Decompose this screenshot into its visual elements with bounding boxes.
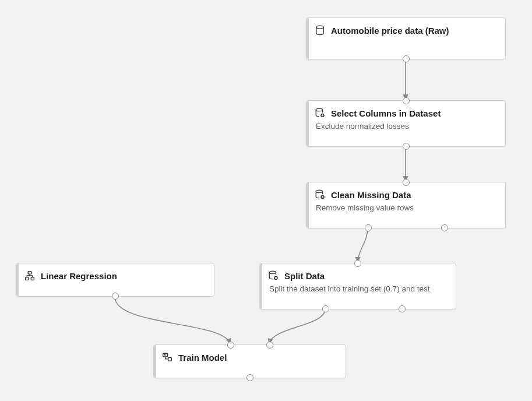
node-split-data[interactable]: Split Data Split the dataset into traini…	[259, 263, 456, 309]
node-subtitle: Split the dataset into training set (0.7…	[268, 284, 448, 293]
input-port[interactable]	[403, 179, 410, 186]
input-port[interactable]	[403, 97, 410, 104]
node-title: Split Data	[284, 271, 325, 281]
node-title: Automobile price data (Raw)	[331, 26, 449, 36]
node-accent	[306, 18, 309, 59]
database-icon	[315, 25, 325, 36]
output-port[interactable]	[112, 293, 119, 300]
svg-rect-9	[31, 277, 34, 280]
node-title: Train Model	[178, 353, 227, 363]
database-gear-icon	[315, 189, 325, 200]
input-port-1[interactable]	[227, 342, 234, 349]
node-accent	[154, 345, 156, 378]
output-port[interactable]	[403, 143, 410, 150]
svg-rect-8	[26, 277, 29, 280]
flowchart-icon	[24, 270, 35, 281]
input-port-2[interactable]	[266, 342, 273, 349]
node-accent	[306, 182, 309, 228]
svg-point-0	[316, 26, 323, 29]
output-port-1[interactable]	[322, 305, 329, 312]
output-port-2[interactable]	[441, 224, 448, 231]
model-icon	[162, 352, 172, 363]
node-title: Clean Missing Data	[331, 190, 411, 200]
node-subtitle: Exclude normalized losses	[315, 122, 497, 131]
svg-point-3	[316, 190, 322, 193]
pipeline-canvas[interactable]: Automobile price data (Raw) Select Colum…	[0, 0, 532, 401]
database-gear-icon	[268, 270, 279, 281]
node-accent	[306, 101, 309, 146]
output-port[interactable]	[403, 55, 410, 62]
node-title: Linear Regression	[41, 271, 117, 281]
node-train-model[interactable]: Train Model	[153, 344, 346, 378]
node-clean-missing[interactable]: Clean Missing Data Remove missing value …	[306, 182, 506, 228]
output-port[interactable]	[246, 374, 253, 381]
node-automobile-data[interactable]: Automobile price data (Raw)	[306, 17, 506, 59]
node-select-columns[interactable]: Select Columns in Dataset Exclude normal…	[306, 100, 506, 147]
node-accent	[260, 263, 262, 309]
node-linear-regression[interactable]: Linear Regression	[16, 263, 214, 297]
svg-rect-7	[28, 272, 31, 275]
svg-point-5	[269, 271, 276, 274]
node-title: Select Columns in Dataset	[331, 108, 441, 118]
input-port[interactable]	[354, 260, 361, 267]
database-gear-icon	[315, 108, 325, 118]
output-port-2[interactable]	[399, 305, 406, 312]
svg-point-1	[316, 108, 322, 111]
node-subtitle: Remove missing value rows	[315, 203, 497, 212]
svg-rect-11	[168, 358, 172, 361]
output-port-1[interactable]	[365, 224, 372, 231]
node-accent	[16, 263, 19, 296]
